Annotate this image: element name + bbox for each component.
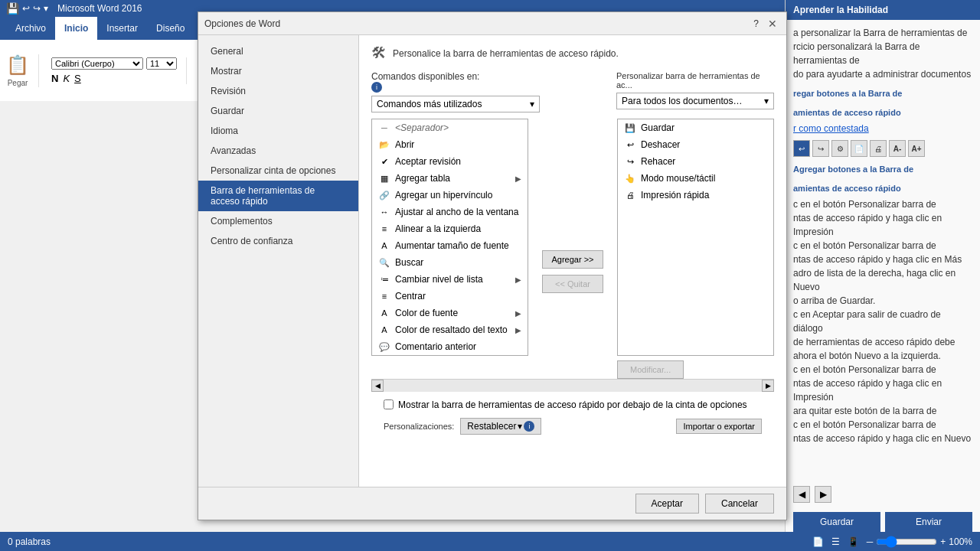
tab-insertar[interactable]: Insertar bbox=[97, 17, 147, 40]
modify-button[interactable]: Modificar... bbox=[617, 360, 684, 379]
rp-text9: o arriba de Guardar. bbox=[793, 294, 972, 308]
scroll-left-arrow[interactable]: ◀ bbox=[371, 380, 384, 392]
commands-dropdown[interactable]: Comandos más utilizados ▾ bbox=[371, 96, 540, 112]
rp-btn-5[interactable]: 🖨 bbox=[870, 140, 887, 157]
zoom-minus[interactable]: ─ bbox=[867, 536, 874, 547]
toolbar-item-2[interactable]: ↪Rehacer bbox=[618, 153, 773, 170]
ribbon-font-group: Calibri (Cuerpo) 11 N K S bbox=[51, 57, 187, 84]
nav-item-personalizar-cinta[interactable]: Personalizar cinta de opciones bbox=[198, 161, 358, 181]
rp-text1: a personalizar la Barra de herramientas … bbox=[793, 26, 972, 40]
show-below-checkbox-label[interactable]: Mostrar la barra de herramientas de acce… bbox=[384, 399, 747, 410]
rp-text4: c en el botón Personalizar barra de bbox=[793, 197, 972, 211]
scroll-right-arrow[interactable]: ▶ bbox=[762, 380, 774, 392]
command-item-3[interactable]: ▦Agregar tabla▶ bbox=[372, 170, 528, 187]
remove-button[interactable]: << Quitar bbox=[542, 275, 603, 293]
nav-item-centro-confianza[interactable]: Centro de confianza bbox=[198, 231, 358, 251]
zoom-slider[interactable] bbox=[876, 536, 937, 548]
command-icon-4: 🔗 bbox=[378, 189, 390, 201]
rp-text13: c en el botón Personalizar barra de bbox=[793, 363, 972, 377]
view-icon-1[interactable]: 📄 bbox=[812, 536, 824, 547]
command-arrow-12: ▶ bbox=[515, 326, 521, 334]
rp-enviar-btn[interactable]: Enviar bbox=[885, 512, 972, 532]
command-item-8[interactable]: 🔍Buscar bbox=[372, 254, 528, 271]
dialog-content: 🛠 Personalice la barra de herramientas d… bbox=[359, 35, 786, 487]
nav-item-complementos[interactable]: Complementos bbox=[198, 211, 358, 231]
tab-diseno[interactable]: Diseño bbox=[147, 17, 194, 40]
dialog-close-button[interactable]: ✕ bbox=[765, 16, 780, 31]
tab-archivo[interactable]: Archivo bbox=[6, 17, 55, 40]
toolbar-item-4[interactable]: 🖨Impresión rápida bbox=[618, 187, 773, 204]
restablecer-arrow: ▾ bbox=[518, 421, 522, 432]
command-icon-5: ↔ bbox=[378, 206, 390, 218]
command-item-1[interactable]: 📂Abrir bbox=[372, 136, 528, 153]
command-item-4[interactable]: 🔗Agregar un hipervínculo bbox=[372, 187, 528, 204]
restablecer-button[interactable]: Restablecer ▾ i bbox=[460, 418, 541, 435]
rp-btn-1[interactable]: ↩ bbox=[793, 140, 810, 157]
right-panel: Aprender la Habilidad a personalizar la … bbox=[785, 0, 980, 551]
customize-qat-icon[interactable]: ▾ bbox=[44, 3, 48, 14]
command-item-5[interactable]: ↔Ajustar al ancho de la ventana bbox=[372, 204, 528, 220]
scroll-track[interactable] bbox=[384, 380, 762, 392]
horiz-scrollbar[interactable]: ◀ ▶ bbox=[371, 379, 774, 391]
nav-item-idioma[interactable]: Idioma bbox=[198, 121, 358, 141]
accept-button[interactable]: Aceptar bbox=[635, 494, 699, 514]
import-export-button[interactable]: Importar o exportar bbox=[676, 419, 762, 434]
tab-inicio[interactable]: Inicio bbox=[55, 17, 97, 40]
cancel-button[interactable]: Cancelar bbox=[705, 494, 774, 514]
command-item-12[interactable]: AColor de resaltado del texto▶ bbox=[372, 321, 528, 338]
toolbar-item-0[interactable]: 💾Guardar bbox=[618, 119, 773, 136]
command-item-6[interactable]: ≡Alinear a la izquierda bbox=[372, 220, 528, 237]
toolbar-list[interactable]: 💾Guardar↩Deshacer↪Rehacer👆Modo mouse/tác… bbox=[617, 119, 774, 356]
toolbar-item-1[interactable]: ↩Deshacer bbox=[618, 136, 773, 153]
rp-a-minus[interactable]: A- bbox=[889, 140, 906, 157]
command-item-2[interactable]: ✔Aceptar revisión bbox=[372, 153, 528, 170]
zoom-control[interactable]: ─ + 100% bbox=[867, 536, 972, 548]
command-item-13[interactable]: 💬Comentario anterior bbox=[372, 338, 528, 355]
dialog-help-icon[interactable]: ? bbox=[753, 18, 759, 29]
show-below-checkbox[interactable] bbox=[384, 399, 394, 409]
toolbar-item-icon-1: ↩ bbox=[624, 139, 636, 151]
commands-label: Comandos disponibles en: i bbox=[371, 71, 540, 93]
restablecer-info-icon[interactable]: i bbox=[524, 421, 534, 432]
commands-info-icon[interactable]: i bbox=[371, 82, 382, 93]
command-item-7[interactable]: AAumentar tamaño de fuente bbox=[372, 237, 528, 254]
toolbar-item-label-1: Deshacer bbox=[641, 139, 680, 150]
nav-item-avanzadas[interactable]: Avanzadas bbox=[198, 141, 358, 161]
nav-item-guardar[interactable]: Guardar bbox=[198, 101, 358, 121]
toolbar-item-3[interactable]: 👆Modo mouse/táctil bbox=[618, 170, 773, 187]
rp-btn-3[interactable]: ⚙ bbox=[831, 140, 848, 157]
nav-item-barra-herramientas[interactable]: Barra de herramientas de acceso rápido bbox=[198, 181, 358, 211]
rp-a-plus[interactable]: A+ bbox=[908, 140, 925, 157]
command-item-10[interactable]: ≡Centrar bbox=[372, 288, 528, 305]
toolbar-item-icon-3: 👆 bbox=[624, 172, 636, 184]
view-icon-3[interactable]: 📱 bbox=[848, 536, 859, 547]
customize-dropdown[interactable]: Para todos los documentos (predeterminar… bbox=[616, 93, 774, 109]
zoom-plus[interactable]: + bbox=[940, 536, 946, 547]
save-icon[interactable]: 💾 bbox=[6, 2, 19, 15]
nav-item-mostrar[interactable]: Mostrar bbox=[198, 61, 358, 81]
command-item-9[interactable]: ≔Cambiar nivel de lista▶ bbox=[372, 271, 528, 288]
nav-item-revision[interactable]: Revisión bbox=[198, 81, 358, 101]
rp-nav-next[interactable]: ▶ bbox=[815, 486, 831, 503]
rp-guardar-btn[interactable]: Guardar bbox=[793, 512, 880, 532]
rp-btn-2[interactable]: ↪ bbox=[812, 140, 829, 157]
customize-label: Personalizar barra de herramientas de ac… bbox=[616, 71, 774, 90]
redo-icon[interactable]: ↪ bbox=[33, 3, 41, 14]
add-button[interactable]: Agregar >> bbox=[542, 250, 603, 269]
command-item-11[interactable]: AColor de fuente▶ bbox=[372, 305, 528, 321]
command-arrow-9: ▶ bbox=[515, 276, 521, 284]
titlebar-title: Microsoft Word 2016 bbox=[57, 3, 142, 14]
view-icon-2[interactable]: ☰ bbox=[831, 536, 840, 547]
command-item-0[interactable]: ─<Separador> bbox=[372, 119, 528, 136]
nav-item-general[interactable]: General bbox=[198, 41, 358, 61]
rp-nav-prev[interactable]: ◀ bbox=[793, 486, 810, 503]
rp-text5: ntas de acceso rápido y haga clic en Imp… bbox=[793, 211, 972, 239]
command-label-7: Aumentar tamaño de fuente bbox=[395, 240, 521, 251]
rp-link1[interactable]: r como contestada bbox=[793, 123, 869, 134]
toolbar-item-icon-2: ↪ bbox=[624, 155, 636, 168]
command-item-14[interactable]: AConfiguración de fuentes bbox=[372, 355, 528, 356]
undo-icon[interactable]: ↩ bbox=[22, 3, 30, 14]
rp-btn-4[interactable]: 📄 bbox=[851, 140, 867, 157]
commands-list[interactable]: ─<Separador>📂Abrir✔Aceptar revisión▦Agre… bbox=[371, 119, 528, 356]
command-icon-9: ≔ bbox=[378, 273, 390, 285]
